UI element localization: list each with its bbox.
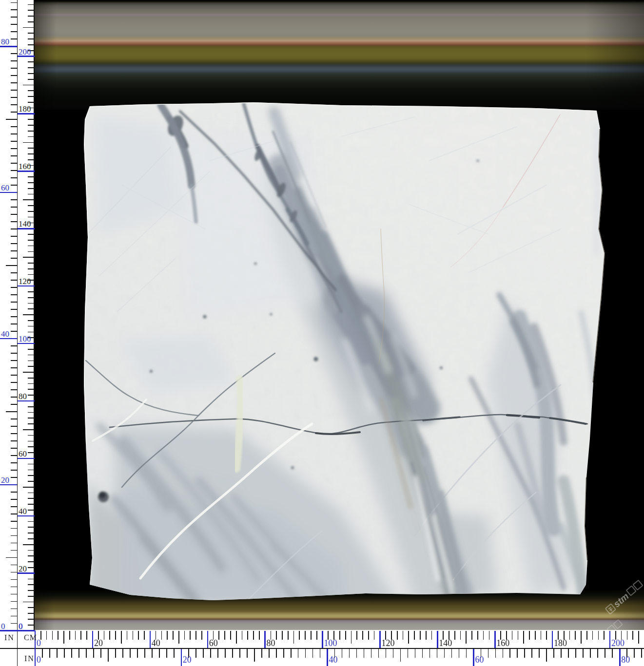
svg-text:stm: stm bbox=[611, 591, 630, 609]
svg-text:stm: stm bbox=[593, 629, 611, 647]
